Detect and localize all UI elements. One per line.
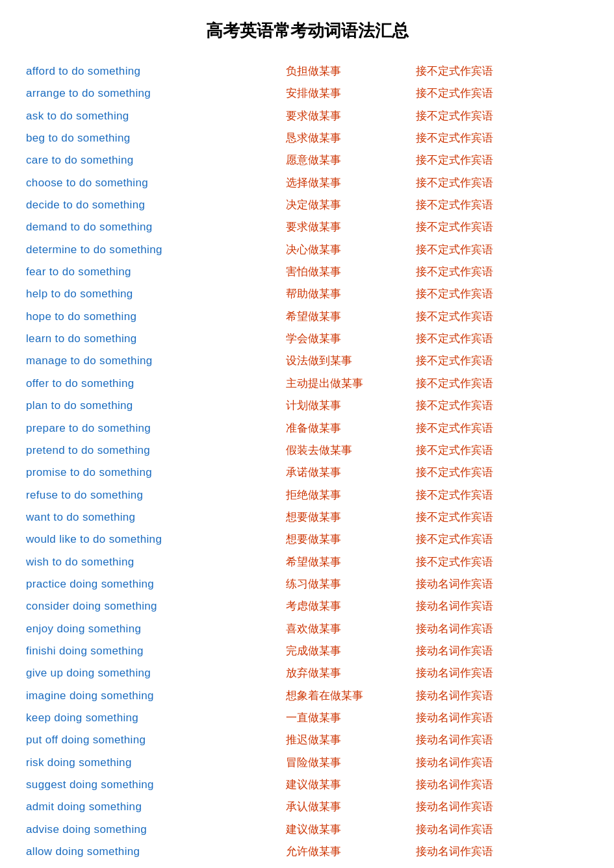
table-row: fear to do something害怕做某事接不定式作宾语	[26, 261, 588, 283]
table-row: care to do something愿意做某事接不定式作宾语	[26, 149, 588, 171]
chinese-meaning: 想要做某事	[247, 509, 390, 526]
english-phrase: manage to do something	[26, 353, 247, 369]
table-row: refuse to do something拒绝做某事接不定式作宾语	[26, 484, 588, 506]
chinese-meaning: 建议做某事	[247, 821, 390, 838]
chinese-meaning: 安排做某事	[247, 85, 390, 102]
grammar-note: 接不定式作宾语	[390, 264, 588, 280]
table-row: help to do something帮助做某事接不定式作宾语	[26, 283, 588, 305]
english-phrase: practice doing something	[26, 576, 247, 593]
english-phrase: wish to do something	[26, 554, 247, 571]
grammar-note: 接动名词作宾语	[390, 598, 588, 615]
english-phrase: enjoy doing something	[26, 621, 247, 638]
english-phrase: refuse to do something	[26, 487, 247, 504]
chinese-meaning: 主动提出做某事	[247, 375, 390, 392]
chinese-meaning: 拒绝做某事	[247, 487, 390, 504]
table-row: suggest doing something建议做某事接动名词作宾语	[26, 774, 588, 796]
table-row: manage to do something设法做到某事接不定式作宾语	[26, 350, 588, 372]
chinese-meaning: 帮助做某事	[247, 286, 390, 303]
table-row: allow doing something允许做某事接动名词作宾语	[26, 841, 588, 863]
table-row: advise doing something建议做某事接动名词作宾语	[26, 819, 588, 841]
chinese-meaning: 假装去做某事	[247, 442, 390, 459]
table-row: put off doing something推迟做某事接动名词作宾语	[26, 729, 588, 751]
english-phrase: suggest doing something	[26, 776, 247, 793]
grammar-note: 接不定式作宾语	[390, 152, 588, 169]
grammar-note: 接动名词作宾语	[390, 732, 588, 749]
chinese-meaning: 想象着在做某事	[247, 688, 390, 704]
chinese-meaning: 决定做某事	[247, 197, 390, 214]
grammar-note: 接不定式作宾语	[390, 531, 588, 548]
english-phrase: prepare to do something	[26, 420, 247, 437]
chinese-meaning: 想要做某事	[247, 531, 390, 548]
chinese-meaning: 计划做某事	[247, 397, 390, 414]
table-row: demand to do something要求做某事接不定式作宾语	[26, 216, 588, 238]
grammar-note: 接动名词作宾语	[390, 754, 588, 771]
chinese-meaning: 希望做某事	[247, 554, 390, 571]
english-phrase: finishi doing something	[26, 643, 247, 660]
english-phrase: keep doing something	[26, 710, 247, 726]
grammar-note: 接动名词作宾语	[390, 621, 588, 638]
grammar-note: 接不定式作宾语	[390, 85, 588, 102]
table-row: decide to do something决定做某事接不定式作宾语	[26, 194, 588, 216]
english-phrase: admit doing something	[26, 799, 247, 815]
page-title: 高考英语常考动词语法汇总	[26, 19, 588, 42]
grammar-note: 接不定式作宾语	[390, 353, 588, 369]
chinese-meaning: 完成做某事	[247, 643, 390, 660]
english-phrase: help to do something	[26, 286, 247, 303]
table-row: enjoy doing something喜欢做某事接动名词作宾语	[26, 618, 588, 640]
table-row: choose to do something选择做某事接不定式作宾语	[26, 172, 588, 194]
grammar-note: 接动名词作宾语	[390, 799, 588, 815]
grammar-note: 接不定式作宾语	[390, 397, 588, 414]
grammar-note: 接动名词作宾语	[390, 821, 588, 838]
table-row: offer to do something主动提出做某事接不定式作宾语	[26, 373, 588, 395]
table-row: determine to do something决心做某事接不定式作宾语	[26, 239, 588, 261]
english-phrase: decide to do something	[26, 197, 247, 214]
grammar-note: 接不定式作宾语	[390, 509, 588, 526]
chinese-meaning: 承诺做某事	[247, 464, 390, 481]
english-phrase: afford to do something	[26, 63, 247, 80]
grammar-note: 接不定式作宾语	[390, 487, 588, 504]
grammar-note: 接动名词作宾语	[390, 710, 588, 726]
english-phrase: consider doing something	[26, 598, 247, 615]
chinese-meaning: 准备做某事	[247, 420, 390, 437]
table-row: keep doing something一直做某事接动名词作宾语	[26, 707, 588, 729]
table-row: would like to do something想要做某事接不定式作宾语	[26, 528, 588, 551]
grammar-note: 接动名词作宾语	[390, 843, 588, 860]
english-phrase: arrange to do something	[26, 85, 247, 102]
grammar-note: 接不定式作宾语	[390, 108, 588, 125]
chinese-meaning: 选择做某事	[247, 175, 390, 192]
grammar-note: 接不定式作宾语	[390, 442, 588, 459]
grammar-note: 接不定式作宾语	[390, 130, 588, 147]
chinese-meaning: 放弃做某事	[247, 665, 390, 682]
english-phrase: hope to do something	[26, 308, 247, 325]
table-row: admit doing something承认做某事接动名词作宾语	[26, 796, 588, 818]
english-phrase: want to do something	[26, 509, 247, 526]
grammar-note: 接不定式作宾语	[390, 286, 588, 303]
english-phrase: beg to do something	[26, 130, 247, 147]
table-row: ask to do something要求做某事接不定式作宾语	[26, 105, 588, 127]
chinese-meaning: 允许做某事	[247, 843, 390, 860]
chinese-meaning: 愿意做某事	[247, 152, 390, 169]
chinese-meaning: 决心做某事	[247, 242, 390, 258]
english-phrase: plan to do something	[26, 397, 247, 414]
table-row: imagine doing something想象着在做某事接动名词作宾语	[26, 685, 588, 707]
chinese-meaning: 喜欢做某事	[247, 621, 390, 638]
grammar-note: 接不定式作宾语	[390, 219, 588, 236]
english-phrase: offer to do something	[26, 375, 247, 392]
grammar-note: 接不定式作宾语	[390, 375, 588, 392]
table-row: arrange to do something安排做某事接不定式作宾语	[26, 82, 588, 105]
english-phrase: choose to do something	[26, 175, 247, 192]
english-phrase: ask to do something	[26, 108, 247, 125]
grammar-note: 接动名词作宾语	[390, 576, 588, 593]
english-phrase: determine to do something	[26, 242, 247, 258]
chinese-meaning: 希望做某事	[247, 308, 390, 325]
table-row: want to do something想要做某事接不定式作宾语	[26, 506, 588, 528]
english-phrase: fear to do something	[26, 264, 247, 280]
table-row: learn to do something学会做某事接不定式作宾语	[26, 328, 588, 350]
chinese-meaning: 害怕做某事	[247, 264, 390, 280]
chinese-meaning: 要求做某事	[247, 219, 390, 236]
chinese-meaning: 一直做某事	[247, 710, 390, 726]
chinese-meaning: 考虑做某事	[247, 598, 390, 615]
table-row: plan to do something计划做某事接不定式作宾语	[26, 395, 588, 417]
grammar-note: 接动名词作宾语	[390, 776, 588, 793]
english-phrase: put off doing something	[26, 732, 247, 749]
